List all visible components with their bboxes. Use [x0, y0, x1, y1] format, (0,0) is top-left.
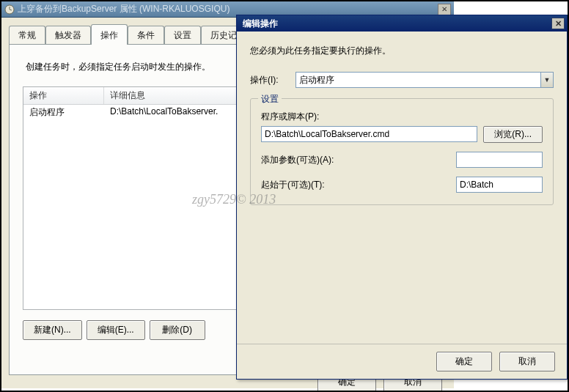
close-icon[interactable]: ✕	[551, 18, 565, 29]
tab-conditions[interactable]: 条件	[128, 26, 164, 45]
groupbox-legend: 设置	[258, 93, 282, 106]
delete-button[interactable]: 删除(D)	[150, 320, 205, 340]
script-path-input[interactable]	[261, 126, 477, 142]
browse-button[interactable]: 浏览(R)...	[483, 126, 543, 143]
args-label: 添加参数(可选)(A):	[261, 154, 449, 166]
action-combobox-value[interactable]	[295, 72, 540, 88]
dialog-title: 编辑操作	[243, 18, 551, 30]
edit-action-dialog: 编辑操作 ✕ 您必须为此任务指定要执行的操作。 操作(I): ▼ 设置 程序或脚…	[236, 15, 568, 380]
dialog-titlebar: 编辑操作 ✕	[237, 15, 567, 32]
tab-settings[interactable]: 设置	[164, 26, 201, 45]
clock-icon	[4, 4, 15, 15]
new-button[interactable]: 新建(N)...	[23, 320, 82, 340]
action-combobox[interactable]: ▼	[295, 72, 554, 88]
col-header-action[interactable]: 操作	[23, 87, 104, 104]
dialog-instruction: 您必须为此任务指定要执行的操作。	[250, 45, 554, 57]
edit-button[interactable]: 编辑(E)...	[87, 320, 145, 340]
action-label: 操作(I):	[250, 74, 290, 86]
script-label: 程序或脚本(P):	[261, 111, 543, 123]
main-window-title: 上穿备份到BackupServer 属性 (WIN-RKALUOSGIQU)	[18, 3, 435, 15]
startin-label: 起始于(可选)(T):	[261, 179, 449, 191]
tab-triggers[interactable]: 触发器	[45, 26, 91, 45]
startin-input[interactable]	[456, 177, 543, 193]
tab-general[interactable]: 常规	[9, 26, 45, 45]
args-input[interactable]	[456, 152, 543, 168]
cancel-button[interactable]: 取消	[499, 352, 555, 371]
tab-actions[interactable]: 操作	[91, 24, 128, 45]
settings-groupbox: 设置 程序或脚本(P): 浏览(R)... 添加参数(可选)(A): 起始于(可…	[250, 98, 554, 205]
chevron-down-icon[interactable]: ▼	[540, 72, 554, 88]
ok-button[interactable]: 确定	[436, 352, 492, 371]
close-icon[interactable]: ✕	[438, 4, 451, 15]
cell-action: 启动程序	[23, 105, 104, 120]
